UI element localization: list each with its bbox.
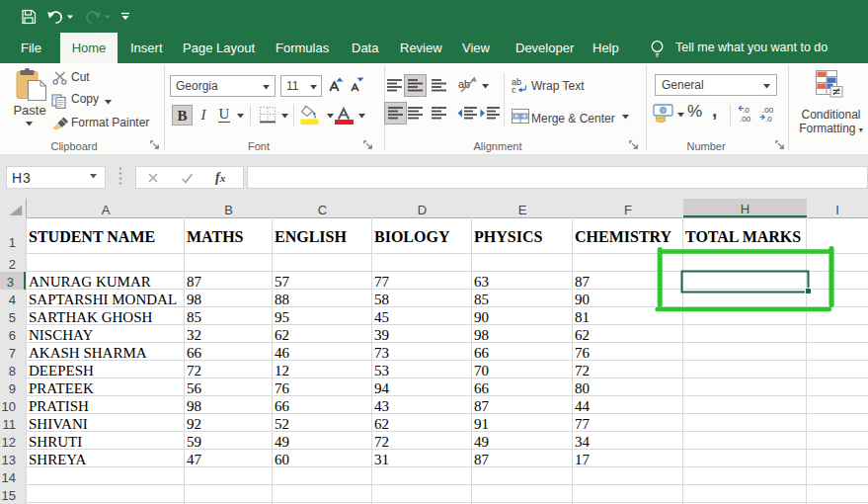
svg-text:.00: .00 [762, 106, 774, 115]
svg-text:.0: .0 [765, 115, 772, 124]
svg-text:.0: .0 [743, 106, 750, 115]
svg-text:.00: .00 [740, 115, 751, 124]
svg-text:c: c [512, 85, 516, 94]
